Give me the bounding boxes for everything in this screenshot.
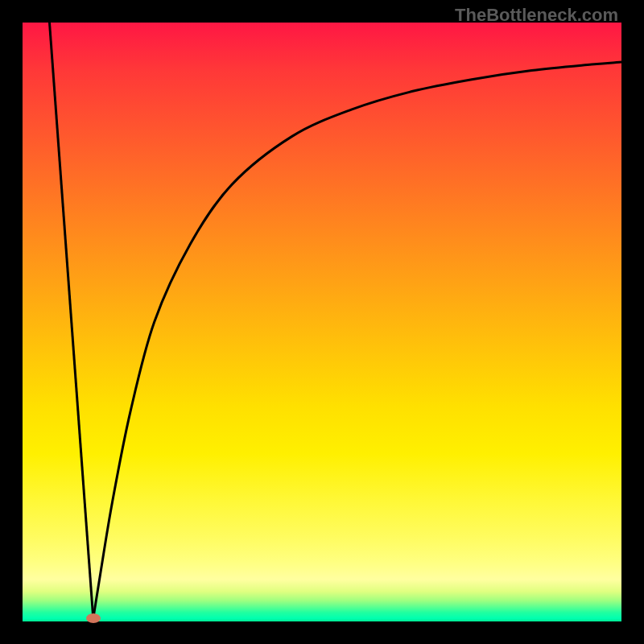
chart-curves [23, 23, 621, 621]
curve-left-segment [49, 23, 93, 618]
watermark-text: TheBottleneck.com [455, 5, 618, 26]
minimum-marker [86, 613, 101, 623]
chart-plot-area [23, 23, 621, 621]
curve-right-segment [93, 62, 621, 618]
